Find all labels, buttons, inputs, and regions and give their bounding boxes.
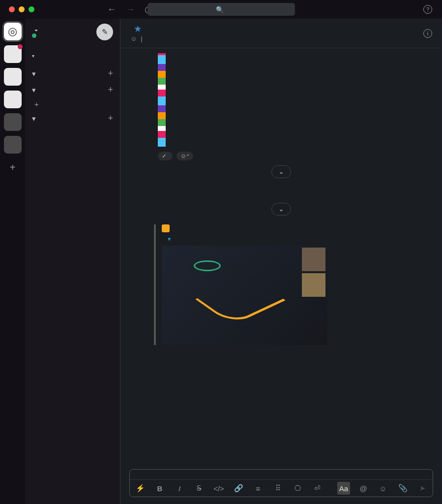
caret-icon: ▾ [32,53,34,59]
site-favicon [162,224,170,232]
message: ▾ [130,220,432,345]
add-dm-button[interactable]: + [108,85,113,95]
reaction[interactable]: ✓ [158,152,173,160]
workspace-item[interactable] [4,45,22,63]
chevron-down-icon[interactable]: ▾ [168,235,171,243]
workspace-item-active[interactable]: ◎ [4,23,22,40]
italic-button[interactable]: I [173,482,186,495]
strike-button[interactable]: S̶ [193,482,206,495]
emoji-button[interactable]: ☺ [377,482,389,495]
quote-button[interactable]: ⎔ [291,482,304,495]
composer-toolbar: ⚡ B I S̶ </> 🔗 ≡ ⠿ ⎔ ⏎ Aa @ ☺ 📎 ➤ [130,479,433,497]
titlebar: ← → ◷ 🔍 ? [0,0,442,19]
composer-input[interactable] [130,470,433,479]
link-unfurl: ▾ [154,224,432,345]
add-channel-button[interactable]: + [108,68,113,79]
add-workspace-button[interactable]: + [4,158,22,176]
mention-button[interactable]: @ [357,482,370,495]
workspace-item[interactable] [4,136,22,154]
sidebar: ⌄ ✎ ▾ ▾+ ▾+ + ▾+ [25,19,120,504]
star-icon[interactable]: ★ [134,24,141,33]
attach-button[interactable]: 📎 [396,482,409,495]
maximize-icon[interactable] [29,6,34,12]
add-app-button[interactable]: + [108,113,113,124]
message-timestamp[interactable] [130,220,149,345]
code-button[interactable]: </> [212,482,225,495]
date-divider[interactable] [271,165,291,178]
channel-content: ★ ☺ | i ✓ ☺⁺ [120,19,442,504]
unordered-list-button[interactable]: ⠿ [271,482,284,495]
codeblock-button[interactable]: ⏎ [311,482,324,495]
workspace-name[interactable]: ⌄ [32,26,38,32]
invite-people[interactable]: + [25,98,120,110]
message-composer: ⚡ B I S̶ </> 🔗 ≡ ⠿ ⎔ ⏎ Aa @ ☺ 📎 ➤ [129,469,433,497]
section-starred[interactable]: ▾ [25,50,120,62]
workspace-item[interactable] [4,113,22,131]
message [130,349,432,350]
forward-button[interactable]: → [126,4,135,15]
close-icon[interactable] [9,6,15,12]
shortcuts-button[interactable]: ⚡ [134,482,147,495]
help-button[interactable]: ? [423,5,432,14]
section-apps[interactable]: ▾ [32,114,39,123]
unfurl-image[interactable] [162,246,327,345]
message-list[interactable]: ✓ ☺⁺ ▾ [120,48,442,464]
window-controls [9,6,34,12]
bold-button[interactable]: B [153,482,166,495]
search-input[interactable]: 🔍 [147,3,295,16]
history-nav: ← → ◷ [107,4,152,15]
add-reaction-button[interactable]: ☺⁺ [177,152,193,160]
channel-header: ★ ☺ | i [120,19,442,48]
section-dms[interactable]: ▾ [32,86,39,94]
link-button[interactable]: 🔗 [232,482,245,495]
workspace-item[interactable] [4,68,22,86]
send-button[interactable]: ➤ [416,482,429,495]
minimize-icon[interactable] [19,6,25,12]
format-button[interactable]: Aa [337,482,350,495]
channel-details-button[interactable]: i [423,29,432,38]
section-channels[interactable]: ▾ [32,69,39,78]
member-count[interactable]: ☺ [130,35,137,42]
workspace-item[interactable] [4,91,22,108]
compose-button[interactable]: ✎ [96,24,113,40]
message-timestamp[interactable] [130,349,149,350]
channel-name[interactable]: ★ [130,24,147,33]
back-button[interactable]: ← [107,4,116,15]
image-attachment[interactable] [158,53,166,147]
chevron-down-icon: ⌄ [34,26,38,32]
user-status[interactable] [32,33,38,38]
unfurl-footer: ▾ [162,235,432,243]
date-divider[interactable] [271,203,291,216]
workspace-rail: ◎ + [0,19,25,504]
ordered-list-button[interactable]: ≡ [252,482,265,495]
search-icon: 🔍 [216,6,224,13]
